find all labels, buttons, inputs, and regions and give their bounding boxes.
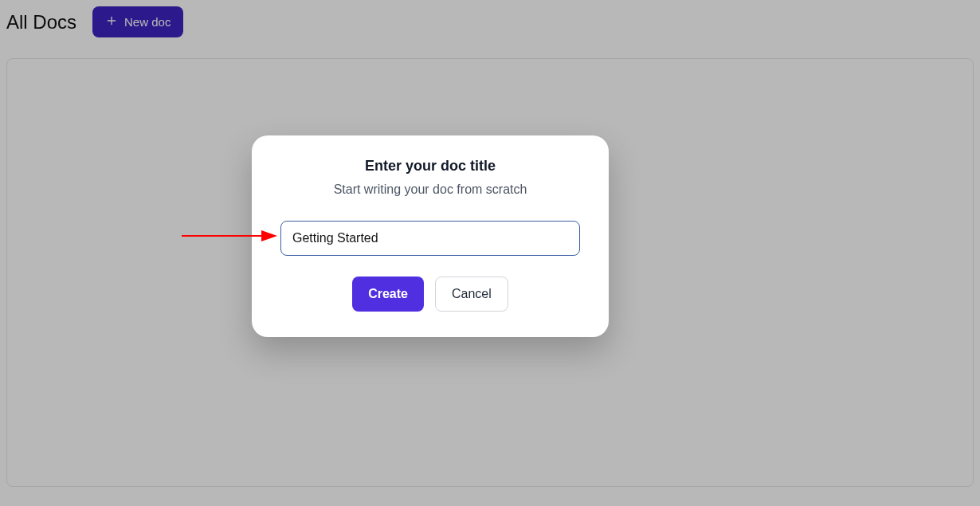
create-button[interactable]: Create xyxy=(352,277,424,312)
modal-actions: Create Cancel xyxy=(352,277,508,312)
doc-title-input[interactable] xyxy=(280,221,580,256)
modal-title: Enter your doc title xyxy=(365,158,496,175)
cancel-button[interactable]: Cancel xyxy=(435,277,508,312)
new-doc-modal: Enter your doc title Start writing your … xyxy=(252,135,609,337)
modal-subtitle: Start writing your doc from scratch xyxy=(334,182,527,197)
